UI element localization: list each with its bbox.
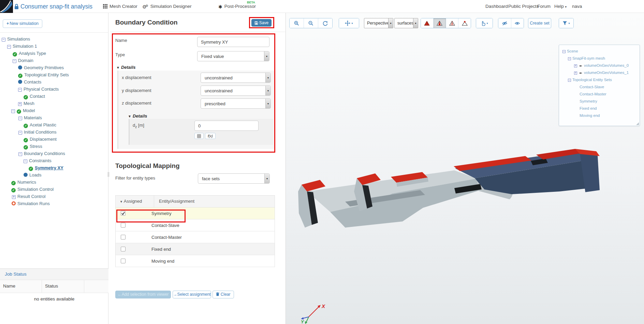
tree-item-loads[interactable]: Loads [0,171,108,178]
scene-item-contact-master[interactable]: Contact-Master [559,91,640,98]
pan-mode-button[interactable]: ▾ [339,18,359,28]
eye-icon[interactable] [579,64,583,67]
scene-item-topological-entity-sets[interactable]: −Topological Entity Sets [559,76,640,83]
points-mesh-button[interactable] [458,18,471,28]
tree-item-domain[interactable]: −Domain [0,57,108,64]
wireframe-mesh-button[interactable] [446,18,459,28]
scene-item-moving-end[interactable]: Moving end [559,112,640,119]
scene-item-root[interactable]: −Scene [559,48,640,55]
name-input[interactable] [197,37,269,47]
projection-select[interactable]: Perspective▾ [364,18,393,28]
collapse-icon[interactable]: − [11,109,15,113]
tree-item-initial-conditions[interactable]: −Initial Conditions [0,128,108,135]
filter-entity-types-select[interactable]: face sets▾ [198,173,270,184]
collapse-icon[interactable]: − [568,79,571,82]
table-row-symmetry[interactable]: Symmetry [116,207,275,219]
scene-item-contact-slave[interactable]: Contact-Slave [559,83,640,91]
surface-mesh-button[interactable] [434,18,446,28]
tree-item-boundary-conditions[interactable]: −Boundary Conditions [0,150,108,157]
subdetails-section-toggle[interactable]: ▼Details [128,113,147,119]
table-row-fixed-end[interactable]: Fixed end [116,243,275,255]
show-all-button[interactable] [511,18,524,28]
tree-item-result-control[interactable]: +Result Control [0,192,108,200]
collapse-icon[interactable]: − [18,117,22,120]
solid-mesh-button[interactable] [421,18,434,28]
function-input-button[interactable]: f(x) [205,133,216,139]
collapse-icon[interactable]: − [568,57,571,60]
nav-forum[interactable]: Forum [537,4,551,9]
tree-item-simulations[interactable]: −Simulations [0,35,108,42]
collapse-icon[interactable]: − [2,38,5,42]
collapse-icon[interactable]: − [18,131,22,135]
create-set-button[interactable]: Create set [528,18,551,28]
nav-help-menu[interactable]: Help ▾ [554,4,567,9]
save-button[interactable]: Save [251,19,272,27]
details-section-toggle[interactable]: ▼Details [116,65,136,70]
scene-item-fixed-end[interactable]: Fixed end [559,105,640,112]
tab-mesh-creator[interactable]: Mesh Creator [103,4,137,9]
eye-icon[interactable] [579,72,583,75]
tree-item-simulation-1[interactable]: −Simulation 1 [0,42,108,49]
z-displacement-select[interactable]: prescribed▾ [201,98,271,109]
table-input-button[interactable] [194,133,204,139]
tree-item-constraints[interactable]: −Constraints [0,157,108,164]
type-select[interactable]: Fixed value▾ [197,51,269,61]
tree-item-materials[interactable]: −Materials [0,114,108,121]
tree-item-simulation-control[interactable]: ✓Simulation Control [0,185,108,192]
tree-item-contact[interactable]: ✓Contact [0,92,108,99]
expand-icon[interactable]: + [18,102,22,106]
clear-button[interactable]: Clear [213,291,234,298]
tree-item-mesh[interactable]: +Mesh [0,99,108,107]
tree-item-stress[interactable]: ✓Stress [0,142,108,150]
render-mode-select[interactable]: surfaces▾ [394,18,418,28]
collapse-icon[interactable]: − [13,59,16,63]
tree-item-numerics[interactable]: ✓Numerics [0,178,108,185]
y-displacement-select[interactable]: unconstrained▾ [201,86,271,96]
tree-item-geometry-primitives[interactable]: Geometry Primitives [0,64,108,71]
new-simulation-button[interactable]: +New simulation [3,19,42,28]
hide-selection-button[interactable] [498,18,511,28]
nav-dashboard[interactable]: Dashboard [485,4,508,9]
tree-item-physical-contacts[interactable]: −Physical Contacts [0,85,108,92]
tree-item-simulation-runs[interactable]: Simulation Runs [0,200,108,207]
table-row-contact-master[interactable]: Contact-Master [116,231,275,243]
add-selection-from-viewer-button[interactable]: ←Add selection from viewer [115,291,171,298]
tab-simulation-designer[interactable]: ⚙⚙Simulation Designer [142,4,191,10]
collapse-icon[interactable]: − [24,159,27,163]
tree-item-topological-entity-sets[interactable]: ✓Topological Entity Sets [0,71,108,78]
tab-post-processor[interactable]: ✱Post-Processor [218,4,256,10]
table-row-contact-slave[interactable]: Contact-Slave [116,219,275,231]
tree-item-contacts[interactable]: Contacts [0,78,108,85]
collapse-icon[interactable]: − [7,45,11,49]
collapse-icon[interactable]: − [18,152,22,156]
tree-item-displacement[interactable]: ✓Displacement [0,135,108,142]
selection-mode-button[interactable]: ▾ [476,18,493,28]
tree-item-symmetry-xy[interactable]: ✓Symmetry XY [0,164,108,171]
zoom-out-button[interactable] [304,18,318,28]
scene-item-symmetry[interactable]: Symmetry [559,98,640,105]
scene-item-volume-1[interactable]: +volumeOnGeoVolumes_1 [559,69,640,76]
collapse-icon[interactable]: − [562,50,566,53]
zoom-in-button[interactable] [290,18,304,28]
collapse-icon[interactable]: − [18,88,22,92]
assigned-column-header[interactable]: ▼ Assigned [116,196,154,207]
table-row-moving-end[interactable]: Moving end [116,255,275,267]
tree-item-acetal-plastic[interactable]: ✓Acetal Plastic [0,121,108,128]
scene-item-volume-0[interactable]: +volumeOnGeoVolumes_0 [559,62,640,69]
nav-public-projects[interactable]: Public Projects [508,4,539,9]
checkbox-unchecked[interactable] [121,235,126,240]
checkbox-unchecked[interactable] [121,223,126,228]
panel-resize-handle[interactable] [107,172,110,178]
filter-button[interactable]: ▾ [559,18,573,28]
x-displacement-select[interactable]: unconstrained▾ [201,73,271,83]
select-assignment-button[interactable]: →Select assignment [173,291,211,298]
reset-view-button[interactable] [318,18,332,28]
scene-item-mesh[interactable]: −SnapFit-sym mesh [559,55,640,62]
checkbox-unchecked[interactable] [121,259,126,263]
dz-input[interactable] [194,121,259,131]
checkbox-unchecked[interactable] [121,247,126,251]
nav-user-menu[interactable]: nava [572,4,582,9]
scene-panel-resize-handle[interactable] [636,122,639,125]
tree-item-analysis-type[interactable]: ✓Analysis Type [0,49,108,57]
checkbox-checked[interactable] [121,211,126,216]
